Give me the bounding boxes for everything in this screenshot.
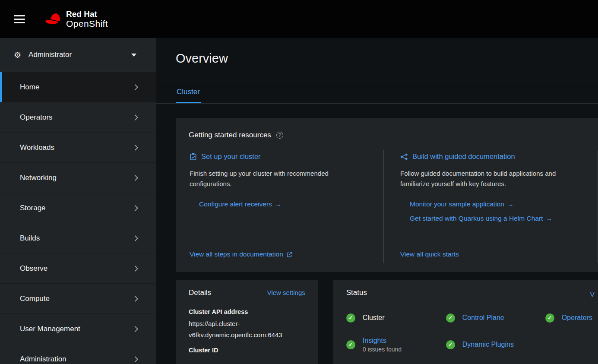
chevron-right-icon [132,114,138,120]
perspective-label: Administrator [28,51,72,59]
check-circle-icon [346,340,355,349]
perspective-switcher[interactable]: Administrator [0,38,156,72]
chevron-right-icon [132,326,138,332]
check-circle-icon [545,313,554,323]
chevron-right-icon [132,265,138,271]
status-item-operators: Operators [545,308,598,327]
chevron-right-icon [132,235,138,241]
control-plane-link[interactable]: Control Plane [462,314,504,322]
sidebar-item-label: Compute [20,294,50,303]
configure-alert-receivers-link[interactable]: Configure alert receivers [199,200,370,208]
redhat-fedora-icon [45,13,62,25]
view-all-steps-link[interactable]: View all steps in documentation [190,250,370,258]
tab-bar: Cluster [156,80,598,104]
insights-link[interactable]: Insights [363,337,386,344]
brand-logo: Red Hat OpenShift [45,9,108,29]
page-title: Overview [176,51,598,66]
chevron-right-icon [132,356,138,362]
status-item-dynamic-plugins: Dynamic Plugins [446,335,545,354]
help-icon[interactable] [276,132,283,139]
main-content: Overview Cluster Getting started resourc… [156,38,598,364]
details-card: Details View settings Cluster API addres… [176,280,318,364]
view-all-quick-starts-link[interactable]: View all quick starts [400,250,585,258]
sidebar-item-label: Administration [20,355,66,364]
setup-cluster-heading: Set up your cluster [201,152,261,161]
arrow-right-icon [507,200,514,208]
route-icon [400,153,408,160]
dynamic-plugins-link[interactable]: Dynamic Plugins [462,341,514,348]
sidebar-item-label: Home [20,83,39,92]
monitor-sample-application-link[interactable]: Monitor your sample application [410,200,585,208]
chevron-right-icon [132,174,138,180]
sidebar-item-builds[interactable]: Builds [0,223,156,253]
guided-documentation-heading: Build with guided documentation [412,152,515,161]
sidebar-item-compute[interactable]: Compute [0,284,156,314]
chevron-right-icon [132,144,138,150]
sidebar: Administrator Home Operators Workloads N… [0,38,156,364]
nav-toggle-button[interactable] [14,15,25,23]
sidebar-item-observe[interactable]: Observe [0,253,156,284]
setup-cluster-section: Set up your cluster Finish setting up yo… [186,150,384,263]
top-bar: Red Hat OpenShift [0,0,598,38]
check-circle-icon [446,313,455,323]
cluster-api-address-label: Cluster API address [189,308,305,315]
sidebar-item-label: Observe [20,264,47,273]
check-circle-icon [446,340,455,349]
getting-started-header: Getting started resources [189,131,598,139]
product-name: OpenShift [66,19,108,29]
sidebar-item-label: Networking [20,174,57,182]
cluster-api-address-value: https://api.cluster-v6fkv.dynamic.opentl… [189,318,305,340]
insights-issues-count: 0 issues found [363,346,402,353]
sidebar-item-label: User Management [20,325,80,333]
setup-cluster-description: Finish setting up your cluster with reco… [190,168,346,189]
arrow-right-icon [275,200,282,208]
sidebar-item-label: Builds [20,234,40,243]
status-item-cluster: Cluster [346,308,446,327]
overview-dashboard: Getting started resources Set [156,104,598,364]
external-link-icon [287,252,292,257]
caret-down-icon [131,54,136,57]
clipboard-check-icon [190,153,197,160]
sidebar-item-networking[interactable]: Networking [0,163,156,193]
sidebar-item-label: Operators [20,113,53,122]
page-header: Overview [156,38,598,80]
sidebar-item-user-management[interactable]: User Management [0,314,156,344]
sidebar-item-home[interactable]: Home [0,72,156,102]
sidebar-item-label: Workloads [20,143,54,152]
chevron-right-icon [132,295,138,301]
brand-name: Red Hat [66,9,108,19]
sidebar-item-storage[interactable]: Storage [0,193,156,223]
getting-started-card: Getting started resources Set [176,118,598,272]
quarkus-helm-chart-link[interactable]: Get started with Quarkus using a Helm Ch… [410,215,585,222]
status-item-control-plane: Control Plane [446,308,545,327]
guided-documentation-section: Build with guided documentation Follow g… [384,150,598,263]
arrow-right-icon [546,215,552,222]
status-card: Status V Cluster Control Plane Operators [333,280,598,364]
status-title: Status [346,288,367,297]
gear-icon [14,50,21,60]
sidebar-item-workloads[interactable]: Workloads [0,133,156,163]
status-grid: Cluster Control Plane Operators Insights [346,308,598,354]
sidebar-item-administration[interactable]: Administration [0,344,156,364]
sidebar-item-label: Storage [20,204,46,212]
operators-link[interactable]: Operators [562,314,592,322]
status-view-link-truncated[interactable]: V [590,291,595,298]
tab-cluster[interactable]: Cluster [176,82,201,103]
cluster-id-label: Cluster ID [189,347,305,354]
chevron-right-icon [132,205,138,211]
details-title: Details [189,288,211,297]
getting-started-title: Getting started resources [189,131,271,139]
check-circle-icon [346,313,355,323]
view-settings-link[interactable]: View settings [267,289,305,296]
status-item-insights: Insights 0 issues found [346,335,446,354]
sidebar-item-operators[interactable]: Operators [0,102,156,133]
guided-documentation-description: Follow guided documentation to build app… [400,168,572,189]
chevron-right-icon [132,84,138,90]
